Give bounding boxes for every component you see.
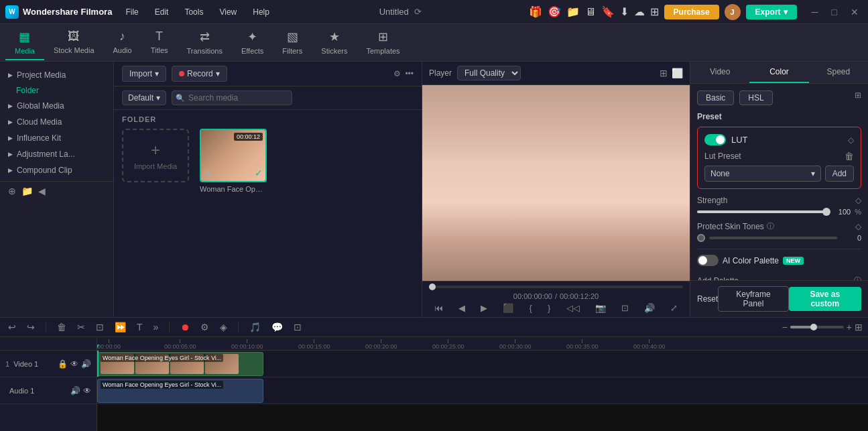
save-as-custom-button[interactable]: Save as custom: [789, 287, 861, 311]
track-mute-icon[interactable]: 🔊: [81, 359, 91, 369]
player-progress-bar[interactable]: [429, 286, 683, 288]
fullscreen-icon[interactable]: ⬜: [672, 68, 683, 78]
track-lock-icon[interactable]: 🔒: [58, 359, 68, 369]
menu-help[interactable]: Help: [250, 6, 272, 18]
quality-select[interactable]: Full Quality: [457, 66, 521, 80]
grid-view-icon[interactable]: ⊞: [660, 68, 668, 78]
sidebar-folder-icon[interactable]: 📁: [21, 186, 33, 196]
progress-thumb[interactable]: [429, 284, 436, 290]
subtitle-button[interactable]: 💬: [269, 320, 286, 334]
lut-toggle[interactable]: [704, 134, 726, 145]
tab-stock-media[interactable]: 🖼 Stock Media: [44, 25, 104, 60]
mask-button[interactable]: ◈: [217, 320, 230, 334]
play-back-button[interactable]: ◀: [458, 303, 465, 313]
purchase-button[interactable]: Purchase: [664, 5, 719, 19]
sidebar-item-project-media[interactable]: ▶ Project Media: [0, 67, 113, 83]
pip-timeline-button[interactable]: ⊡: [291, 320, 304, 334]
media-thumb-woman-face[interactable]: 00:00:12 ⊞ ✓ Woman Face Opening...: [200, 129, 267, 193]
sidebar-item-global-media[interactable]: ▶ Global Media: [0, 98, 113, 114]
grid-timeline-button[interactable]: ⊞: [855, 322, 863, 332]
sub-tab-basic[interactable]: Basic: [697, 90, 734, 105]
zoom-thumb[interactable]: [810, 324, 817, 330]
audio-clip-1[interactable]: Woman Face Opening Eyes Girl - Stock Vi.…: [97, 379, 263, 403]
import-media-button[interactable]: + Import Media: [122, 129, 189, 182]
menu-view[interactable]: View: [216, 6, 239, 18]
tablet-button[interactable]: 🖥: [585, 6, 596, 18]
info-icon[interactable]: ⓘ: [767, 221, 774, 231]
reset-button[interactable]: Reset: [697, 294, 718, 304]
track-audio-mute-icon[interactable]: 🔊: [70, 386, 80, 395]
record-timeline-button[interactable]: ⏺: [178, 320, 192, 334]
lut-diamond-icon[interactable]: ◇: [848, 135, 854, 145]
protect-skin-slider[interactable]: [709, 237, 837, 239]
speed-button[interactable]: ⏩: [112, 320, 129, 334]
export-button[interactable]: Export ▾: [746, 5, 797, 19]
filter-icon[interactable]: ⚙: [393, 69, 401, 78]
text-button[interactable]: T: [134, 320, 145, 334]
sidebar-add-icon[interactable]: ⊕: [8, 186, 16, 196]
strength-slider-thumb[interactable]: [822, 208, 830, 216]
lut-add-button[interactable]: Add: [825, 166, 854, 182]
sidebar-item-compound-clip[interactable]: ▶ Compound Clip: [0, 162, 113, 178]
track-audio-eye-icon[interactable]: 👁: [83, 386, 91, 395]
menu-edit[interactable]: Edit: [152, 6, 172, 18]
prev-frame-button[interactable]: ◁◁: [566, 303, 580, 313]
gift-button[interactable]: 🎁: [529, 5, 542, 18]
tab-templates[interactable]: ⊞ Templates: [357, 25, 409, 60]
strength-slider[interactable]: [697, 210, 826, 213]
projects-button[interactable]: 📁: [566, 5, 580, 18]
mark-out-button[interactable]: }: [548, 303, 550, 313]
cloud-button[interactable]: ☁: [634, 5, 645, 18]
tab-color[interactable]: Color: [749, 62, 808, 83]
fullscreen-button[interactable]: ⤢: [670, 303, 678, 313]
sub-tab-hsl[interactable]: HSL: [739, 90, 772, 105]
tab-transitions[interactable]: ⇄ Transitions: [178, 25, 232, 60]
tab-titles[interactable]: T Titles: [141, 25, 178, 60]
zoom-out-button[interactable]: −: [782, 322, 788, 332]
palette-info-icon[interactable]: ⓘ: [854, 275, 861, 280]
target-button[interactable]: 🎯: [548, 5, 561, 18]
settings-button[interactable]: ⚙: [198, 320, 212, 334]
sidebar-item-adjustment-la[interactable]: ▶ Adjustment La...: [0, 146, 113, 162]
protect-skin-dot[interactable]: [697, 234, 705, 242]
protect-diamond-icon[interactable]: ◇: [855, 222, 861, 231]
delete-clip-button[interactable]: 🗑: [54, 320, 69, 334]
undo-button[interactable]: ↩: [5, 320, 19, 334]
track-eye-icon[interactable]: 👁: [70, 359, 78, 369]
play-button[interactable]: ▶: [481, 303, 487, 313]
volume-button[interactable]: 🔊: [644, 303, 655, 313]
import-button[interactable]: Import ▾: [122, 66, 166, 82]
maximize-button[interactable]: □: [828, 5, 841, 19]
zoom-in-button[interactable]: +: [847, 322, 852, 332]
lut-none-select[interactable]: None ▾: [704, 166, 821, 182]
ai-color-toggle[interactable]: [697, 255, 719, 266]
close-button[interactable]: ✕: [847, 5, 863, 19]
tab-audio[interactable]: ♪ Audio: [104, 25, 141, 60]
lut-delete-button[interactable]: 🗑: [845, 151, 854, 162]
default-filter-button[interactable]: Default ▾: [122, 90, 166, 105]
pip-button[interactable]: ⊡: [621, 303, 629, 313]
split-button[interactable]: ✂: [74, 320, 88, 334]
step-back-button[interactable]: ⏮: [434, 303, 443, 313]
tab-video[interactable]: Video: [690, 62, 749, 83]
sidebar-item-cloud-media[interactable]: ▶ Cloud Media: [0, 114, 113, 130]
search-input[interactable]: [172, 90, 292, 105]
zoom-slider[interactable]: [790, 326, 844, 328]
stop-button[interactable]: ⬛: [503, 303, 513, 313]
export-dropdown-icon[interactable]: ▾: [784, 7, 788, 17]
more-tools-button[interactable]: »: [151, 320, 162, 334]
mark-in-button[interactable]: {: [529, 303, 532, 313]
menu-file[interactable]: File: [123, 6, 141, 18]
tab-stickers[interactable]: ★ Stickers: [312, 25, 357, 60]
download-button[interactable]: ⬇: [620, 5, 629, 18]
more-options-icon[interactable]: •••: [405, 69, 414, 78]
panel-expand-icon[interactable]: ⊞: [855, 90, 861, 105]
tab-effects[interactable]: ✦ Effects: [232, 25, 273, 60]
keyframe-panel-button[interactable]: Keyframe Panel: [718, 286, 788, 312]
tab-media[interactable]: ▦ Media: [5, 25, 44, 60]
refresh-icon[interactable]: ⟳: [414, 7, 422, 17]
strength-diamond-icon[interactable]: ◇: [855, 196, 861, 205]
redo-button[interactable]: ↪: [24, 320, 38, 334]
video-clip-1[interactable]: Woman Face Opening Eyes Girl - Stock Vi.…: [97, 352, 263, 376]
sidebar-item-influence-kit[interactable]: ▶ Influence Kit: [0, 130, 113, 146]
